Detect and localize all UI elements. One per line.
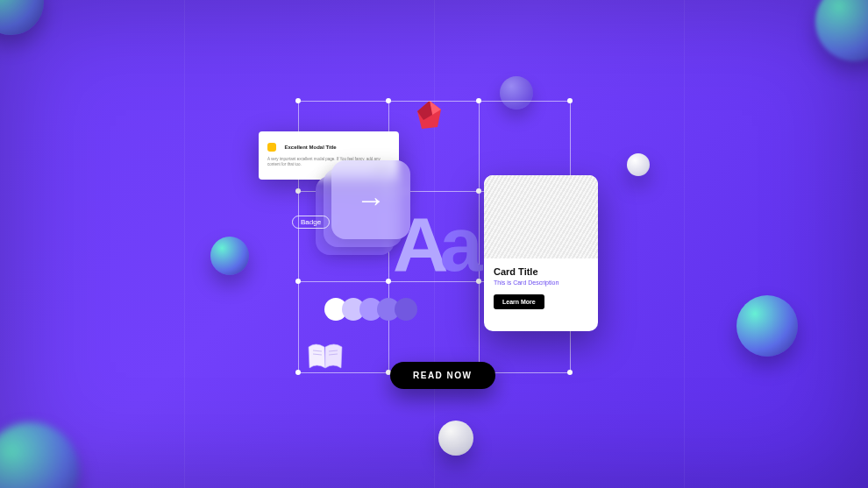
typography-sample: Aa	[393, 200, 481, 289]
arrow-right-icon: →	[356, 183, 386, 217]
sphere-decoration	[815, 0, 868, 61]
badge-component: Badge	[292, 216, 330, 229]
bg-vline	[184, 0, 185, 488]
read-now-button[interactable]: READ NOW	[390, 362, 495, 389]
sphere-decoration	[210, 237, 249, 275]
card-component: Card Title This is Card Description Lear…	[484, 175, 598, 331]
book-icon	[307, 342, 344, 371]
design-scene: Excellent Modal Title A very important e…	[0, 0, 868, 488]
modal-title: Excellent Modal Title	[284, 145, 336, 150]
warning-icon	[267, 143, 276, 152]
color-swatch	[395, 298, 417, 321]
sphere-decoration	[438, 421, 473, 456]
sphere-decoration	[0, 0, 44, 35]
learn-more-button[interactable]: Learn More	[494, 294, 544, 309]
card-title: Card Title	[494, 266, 588, 277]
typo-letter: a	[440, 201, 481, 287]
sphere-decoration	[0, 422, 79, 488]
card-description: This is Card Description	[494, 279, 588, 286]
card-image	[484, 175, 598, 258]
color-swatches	[324, 298, 412, 321]
bg-vline	[684, 0, 685, 488]
sphere-decoration	[736, 295, 798, 357]
typo-letter: A	[393, 201, 447, 287]
sphere-decoration	[627, 153, 650, 176]
